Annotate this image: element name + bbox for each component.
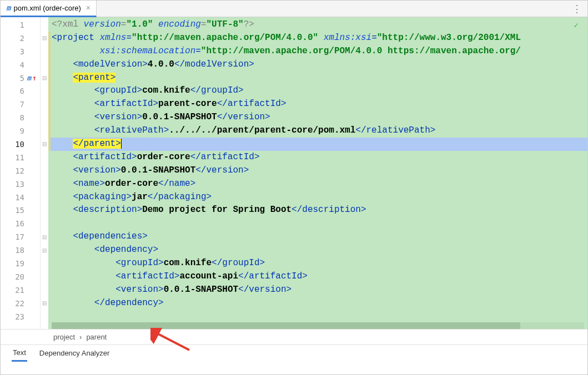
code-line[interactable]: <project xmlns="http://maven.apache.org/… xyxy=(48,32,587,45)
code-line[interactable]: <dependencies> xyxy=(48,230,587,244)
code-line[interactable]: <modelVersion>4.0.0</modelVersion> xyxy=(48,58,587,72)
code-line[interactable]: <groupId>com.knife</groupId> xyxy=(48,257,587,270)
line-number[interactable]: 10 xyxy=(1,138,40,151)
editor-tab[interactable]: m pom.xml (order-core) × xyxy=(1,1,97,17)
tab-dependency-analyzer[interactable]: Dependency Analyzer xyxy=(38,346,110,361)
line-number[interactable]: 3 xyxy=(1,45,40,58)
line-number[interactable]: 2 xyxy=(1,32,40,45)
code-line[interactable]: <packaging>jar</packaging> xyxy=(48,191,587,204)
chevron-right-icon: › xyxy=(79,333,82,341)
line-number[interactable]: 9 xyxy=(1,124,40,138)
line-number[interactable]: 23 xyxy=(1,310,40,323)
code-line[interactable]: <version>0.0.1-SNAPSHOT</version> xyxy=(48,111,587,124)
line-number[interactable]: 22 xyxy=(1,297,40,310)
line-number[interactable]: 1 xyxy=(1,18,40,32)
fold-toggle-icon[interactable]: ⊟ xyxy=(41,32,48,45)
code-line[interactable]: xsi:schemaLocation="http://maven.apache.… xyxy=(48,45,587,58)
fold-gutter: ⊟ ⊟ ⊟ ⊟ ⊟ ⊟ xyxy=(41,17,48,329)
fold-toggle-icon[interactable]: ⊟ xyxy=(41,297,48,310)
tab-label: pom.xml (order-core) xyxy=(13,4,81,12)
horizontal-scrollbar[interactable] xyxy=(52,322,584,329)
line-number[interactable]: 11 xyxy=(1,151,40,164)
close-icon[interactable]: × xyxy=(86,3,91,12)
code-line[interactable]: <name>order-core</name> xyxy=(48,178,587,191)
line-number[interactable]: 20 xyxy=(1,270,40,283)
code-line[interactable]: <parent> xyxy=(48,72,587,85)
text-cursor xyxy=(121,139,122,149)
breadcrumb: project › parent xyxy=(1,329,587,344)
maven-marker-icon: m xyxy=(27,74,31,82)
line-number[interactable]: 14 xyxy=(1,191,40,204)
more-menu-icon[interactable]: ⋮ xyxy=(572,3,587,15)
code-line[interactable]: <relativePath>../../../parent/parent-cor… xyxy=(48,124,587,138)
scrollbar-thumb[interactable] xyxy=(52,322,520,329)
fold-toggle-icon[interactable]: ⊟ xyxy=(41,230,48,244)
vcs-change-stripe[interactable] xyxy=(48,32,51,151)
line-number[interactable]: 15 xyxy=(1,204,40,217)
line-number[interactable]: 12 xyxy=(1,164,40,178)
line-number[interactable]: 13 xyxy=(1,178,40,191)
code-line[interactable]: <dependency> xyxy=(48,244,587,257)
code-line[interactable]: <?xml version="1.0" encoding="UTF-8"?> xyxy=(48,18,587,32)
breadcrumb-item[interactable]: parent xyxy=(86,333,107,341)
fold-toggle-icon[interactable]: ⊟ xyxy=(41,244,48,257)
code-line[interactable] xyxy=(48,310,587,323)
tab-bar: m pom.xml (order-core) × ⋮ xyxy=(1,1,587,17)
breadcrumb-item[interactable]: project xyxy=(53,333,75,341)
line-number[interactable]: 19 xyxy=(1,257,40,270)
line-number[interactable]: 5m↑ xyxy=(1,72,40,85)
code-line[interactable]: <artifactId>account-api</artifactId> xyxy=(48,270,587,283)
line-number[interactable]: 17 xyxy=(1,230,40,244)
maven-icon: m xyxy=(6,3,11,12)
code-line[interactable]: </parent> xyxy=(48,138,587,151)
arrow-up-icon: ↑ xyxy=(32,74,37,82)
code-line[interactable]: <version>0.0.1-SNAPSHOT</version> xyxy=(48,283,587,297)
bottom-tabs: Text Dependency Analyzer xyxy=(1,344,587,361)
tab-text[interactable]: Text xyxy=(12,345,27,362)
editor-area: 1 2 3 4 5m↑ 6 7 8 9 10 11 12 13 14 15 16… xyxy=(1,17,587,329)
code-line[interactable]: <description>Demo project for Spring Boo… xyxy=(48,204,587,217)
line-number[interactable]: 8 xyxy=(1,111,40,124)
code-line[interactable]: <version>0.0.1-SNAPSHOT</version> xyxy=(48,164,587,178)
line-number[interactable]: 16 xyxy=(1,217,40,230)
code-line[interactable] xyxy=(48,217,587,230)
line-number[interactable]: 7 xyxy=(1,98,40,111)
fold-toggle-icon[interactable]: ⊟ xyxy=(41,138,48,151)
line-number[interactable]: 4 xyxy=(1,58,40,72)
fold-toggle-icon[interactable]: ⊟ xyxy=(41,72,48,85)
line-gutter[interactable]: 1 2 3 4 5m↑ 6 7 8 9 10 11 12 13 14 15 16… xyxy=(1,17,41,329)
line-number[interactable]: 6 xyxy=(1,84,40,98)
code-editor[interactable]: ✓ <?xml version="1.0" encoding="UTF-8"?>… xyxy=(48,17,587,329)
code-line[interactable]: <artifactId>parent-core</artifactId> xyxy=(48,98,587,111)
line-number[interactable]: 21 xyxy=(1,283,40,297)
code-line[interactable]: <groupId>com.knife</groupId> xyxy=(48,84,587,98)
check-icon[interactable]: ✓ xyxy=(574,21,579,30)
line-number[interactable]: 18 xyxy=(1,244,40,257)
code-line[interactable]: </dependency> xyxy=(48,297,587,310)
code-line[interactable]: <artifactId>order-core</artifactId> xyxy=(48,151,587,164)
